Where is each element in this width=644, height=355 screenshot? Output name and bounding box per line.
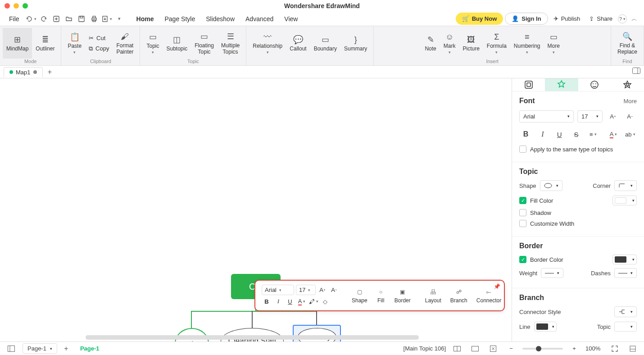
open-button[interactable] [63,14,74,24]
outline-view-button[interactable] [5,342,18,355]
ftb-font-grow-button[interactable]: A+ [317,285,327,295]
sp-fill-color-checkbox[interactable]: ✓ Fill Color ▾ [519,196,637,205]
ftb-layout-button[interactable]: 品Layout [422,287,445,304]
ftb-bold-button[interactable]: B [262,296,272,306]
share-button[interactable]: ⇪Share [585,14,616,24]
sp-align-button[interactable]: ≡ [586,127,599,141]
sp-corner-select[interactable]: ▾ [614,180,637,191]
sp-tab-icon[interactable] [578,78,611,91]
ftb-clear-format-button[interactable]: ◇ [320,296,330,306]
sp-text-case-button[interactable]: ab [624,127,637,141]
ftb-font-family-select[interactable]: Arial▾ [262,285,294,295]
sp-border-color-checkbox[interactable]: ✓ Border Color ▾ [519,255,637,264]
menu-file[interactable]: File [5,14,24,24]
canvas[interactable]: Ow Sales Cleaning Staff Inventory − Empl… [0,78,512,341]
save-button[interactable] [76,14,87,24]
sp-dashes-select[interactable]: ▾ [614,268,637,278]
subtopic-button[interactable]: ◫Subtopic [163,28,191,59]
sp-branch-topic-select[interactable]: ▾ [614,322,637,332]
pin-toolbar-icon[interactable]: 📌 [494,283,500,290]
sign-in-button[interactable]: 👤Sign In [505,13,548,25]
boundary-button[interactable]: ▭Boundary [310,28,340,59]
print-button[interactable] [89,14,100,24]
view-mode-1-button[interactable] [450,342,464,355]
menu-advanced[interactable]: Advanced [241,14,278,24]
sp-italic-button[interactable]: I [536,127,549,141]
ftb-shape-button[interactable]: ▢Shape [348,287,371,304]
minimize-window-icon[interactable] [14,3,19,9]
sp-tab-style[interactable] [545,78,578,91]
menu-page-style[interactable]: Page Style [160,14,200,24]
fit-page-button[interactable] [486,342,500,355]
mindmap-button[interactable]: ⊞MindMap [3,28,32,59]
sp-tab-page[interactable] [512,78,545,91]
export-button[interactable] [101,14,112,24]
sp-shadow-checkbox[interactable]: Shadow [519,209,637,216]
redo-button[interactable] [38,14,49,24]
outliner-button[interactable]: ≣Outliner [32,28,58,59]
qat-customize-icon[interactable]: ▾ [114,14,125,24]
sp-custom-width-checkbox[interactable]: Customize Width [519,220,637,227]
sp-underline-button[interactable]: U [553,127,566,141]
menu-slideshow[interactable]: Slideshow [201,14,239,24]
ftb-underline-button[interactable]: U [285,296,295,306]
ftb-branch-button[interactable]: ☍Branch [447,287,471,304]
callout-button[interactable]: 💬Callout [286,28,310,59]
sp-tab-clipart[interactable] [611,78,644,91]
view-mode-2-button[interactable] [468,342,482,355]
menu-home[interactable]: Home [132,14,159,24]
toggle-sidepanel-button[interactable] [632,68,640,74]
ftb-font-color-button[interactable]: A [297,296,307,306]
scrollbar-thumb[interactable] [86,335,419,340]
topic-button[interactable]: ▭Topic▾ [143,28,163,59]
new-button[interactable] [51,14,62,24]
maximize-window-icon[interactable] [23,3,28,9]
horizontal-scrollbar[interactable] [86,335,419,340]
sp-font-color-button[interactable]: A [607,127,620,141]
multiple-topics-button[interactable]: ☰Multiple Topics [218,28,243,59]
tab-map1[interactable]: Map1 [4,67,43,77]
numbering-button[interactable]: ≡Numbering▾ [510,28,544,59]
sp-font-grow-button[interactable]: A+ [606,109,620,123]
format-painter-button[interactable]: 🖌Format Painter [113,28,137,59]
relationship-button[interactable]: 〰Relationship▾ [249,28,286,59]
ftb-fill-button[interactable]: ○Fill [373,287,389,304]
sp-strike-button[interactable]: S [570,127,583,141]
zoom-slider-knob[interactable] [536,346,541,351]
paste-button[interactable]: 📋Paste▾ [64,28,85,59]
sp-bold-button[interactable]: B [519,127,532,141]
add-page-button[interactable]: + [62,344,71,353]
sp-apply-same-checkbox[interactable]: Apply to the same type of topics [519,146,637,153]
sp-font-shrink-button[interactable]: A− [623,109,637,123]
note-button[interactable]: ✎Note [421,28,440,59]
picture-button[interactable]: 🖼Picture [459,28,483,59]
sp-connector-style-select[interactable]: ▾ [614,306,637,317]
zoom-out-button[interactable]: − [504,342,518,355]
undo-button[interactable] [26,14,36,24]
sp-weight-select[interactable]: ▾ [541,268,563,278]
close-window-icon[interactable] [5,3,10,9]
ftb-border-button[interactable]: ▣Border [391,287,414,304]
sp-line-color-swatch[interactable]: ▾ [534,322,557,332]
buy-now-button[interactable]: 🛒Buy Now [456,13,503,25]
sp-fill-color-swatch[interactable]: ▾ [612,196,637,205]
fullscreen-button[interactable] [608,342,621,355]
sp-shape-select[interactable]: ▾ [540,180,562,191]
sp-font-family-select[interactable]: Arial▾ [519,110,574,123]
ftb-font-size-select[interactable]: 17▾ [296,285,316,295]
add-tab-button[interactable]: + [45,68,54,77]
zoom-slider[interactable] [522,348,563,350]
copy-button[interactable]: ⧉Copy [85,44,113,54]
zoom-in-button[interactable]: + [567,342,581,355]
page-tab-1[interactable]: Page-1 [75,343,104,354]
ftb-italic-button[interactable]: I [273,296,283,306]
mark-button[interactable]: ☺Mark▾ [440,28,459,59]
more-insert-button[interactable]: ▭More▾ [544,28,563,59]
floating-topic-button[interactable]: ▭Floating Topic [191,28,218,59]
help-button[interactable]: ? [618,14,627,23]
ftb-font-shrink-button[interactable]: A− [329,285,339,295]
ftb-connector-button[interactable]: ⟜Connector [473,287,505,304]
minimize-panel-button[interactable] [626,342,639,355]
sp-border-color-swatch[interactable]: ▾ [612,255,637,264]
cut-button[interactable]: ✂Cut [85,33,113,43]
